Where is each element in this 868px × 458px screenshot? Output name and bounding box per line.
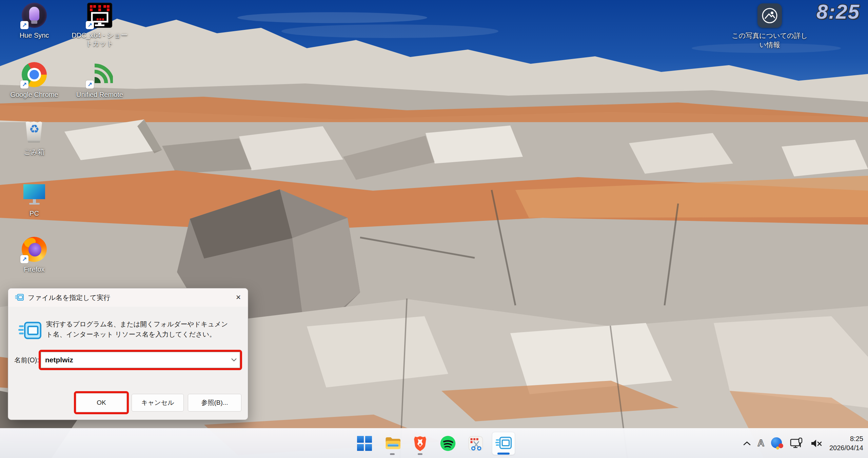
desktop-icon-label: ごみ箱 [24, 148, 45, 156]
start-button[interactable] [353, 432, 376, 455]
ime-mode-indicator[interactable]: A [757, 438, 764, 449]
photo-info-label: この写真についての詳しい情報 [731, 31, 809, 50]
tray-app-orb-icon[interactable] [771, 437, 783, 450]
desktop-icon-label: Unified Remote [76, 91, 123, 99]
taskbar-run-dialog-button[interactable] [492, 432, 515, 455]
ok-button[interactable]: OK [76, 393, 127, 412]
run-dialog: ファイル名を指定して実行 ✕ 実行するプログラム名、または開くフォルダーやドキュ… [8, 288, 248, 420]
desktop-icon-recycle-bin[interactable]: ♻ ごみ箱 [5, 119, 63, 156]
desktop-icon-label: Hue Sync [20, 31, 49, 39]
spotify-icon [440, 435, 456, 452]
desktop: ↗ Hue Sync ↗ DDC_x64 - ショートカット [0, 0, 868, 458]
file-explorer-icon [384, 435, 400, 452]
chevron-down-icon[interactable] [228, 358, 240, 362]
desktop-icon-label: PC [29, 209, 39, 217]
desktop-clock-widget: 8:25 [816, 0, 860, 23]
snipping-tool-icon [468, 435, 484, 452]
run-glyph-icon [495, 436, 512, 451]
shortcut-arrow-icon: ↗ [20, 255, 28, 263]
brave-icon [413, 435, 428, 452]
shortcut-arrow-icon: ↗ [86, 80, 94, 89]
shortcut-arrow-icon: ↗ [86, 21, 94, 29]
name-field-label: 名前(O): [14, 356, 39, 365]
run-command-combobox[interactable] [41, 352, 240, 368]
run-command-input[interactable] [41, 352, 228, 368]
run-glyph-icon [18, 321, 41, 341]
desktop-icon-hue-sync[interactable]: ↗ Hue Sync [5, 2, 63, 39]
run-dialog-message: 実行するプログラム名、または開くフォルダーやドキュメント名、インターネット リソ… [46, 319, 232, 339]
desktop-icon-pc[interactable]: PC [5, 180, 63, 217]
shortcut-arrow-icon: ↗ [20, 21, 28, 29]
run-dialog-icon [15, 293, 24, 302]
pc-icon [21, 180, 47, 207]
desktop-icon-label: Google Chrome [10, 91, 58, 99]
volume-muted-icon[interactable] [810, 438, 823, 449]
taskbar-brave-button[interactable] [409, 432, 432, 455]
taskbar-snipping-tool-button[interactable] [464, 432, 487, 455]
tray-display-device-icon[interactable] [790, 438, 804, 449]
tray-show-hidden-icons-chevron[interactable] [743, 441, 751, 446]
tray-time: 8:25 [829, 434, 863, 443]
desktop-icon-label: DDC_x64 - ショートカット [71, 31, 129, 47]
tray-date: 2026/04/14 [829, 443, 863, 453]
run-dialog-title: ファイル名を指定して実行 [28, 293, 110, 302]
cancel-button[interactable]: キャンセル [132, 394, 184, 412]
desktop-icon-unified-remote[interactable]: ↗ Unified Remote [71, 61, 129, 99]
desktop-icon-google-chrome[interactable]: ↗ Google Chrome [5, 61, 63, 99]
run-dialog-titlebar[interactable]: ファイル名を指定して実行 ✕ [8, 288, 248, 307]
desktop-icon-firefox[interactable]: ↗ Firefox [5, 236, 63, 273]
annotation-box-input [39, 350, 242, 370]
tray-clock[interactable]: 8:25 2026/04/14 [829, 434, 863, 453]
desktop-icon-photo-info[interactable]: この写真についての詳しい情報 [726, 3, 814, 50]
taskbar-file-explorer-button[interactable] [381, 432, 404, 455]
desktop-icon-ddc-x64[interactable]: ↗ DDC_x64 - ショートカット [71, 2, 129, 47]
desktop-icon-label: Firefox [24, 265, 44, 273]
annotation-box-ok: OK [74, 391, 129, 414]
browse-button[interactable]: 参照(B)... [188, 394, 241, 412]
windows-logo-icon [357, 436, 372, 451]
close-icon[interactable]: ✕ [230, 288, 246, 306]
taskbar: A 8:25 2026/04/14 [0, 428, 868, 458]
shortcut-arrow-icon: ↗ [20, 80, 28, 89]
photo-info-icon [761, 7, 778, 24]
taskbar-spotify-button[interactable] [436, 432, 459, 455]
